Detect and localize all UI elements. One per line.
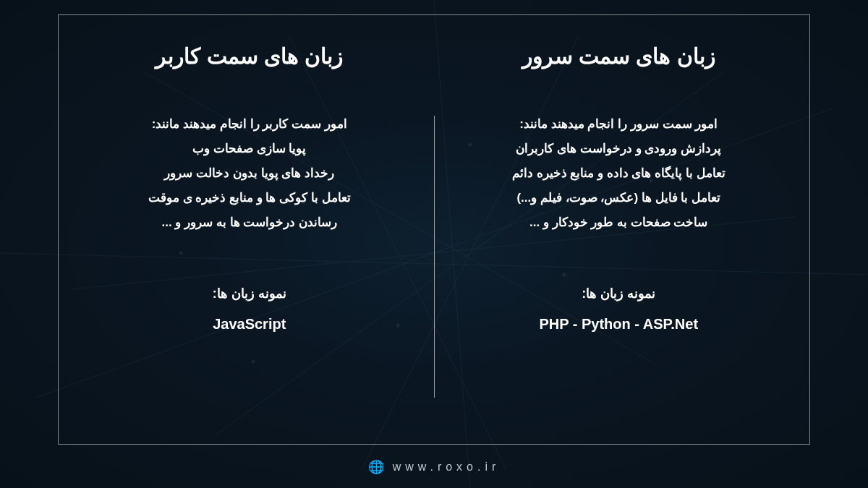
- client-side-column: زبان های سمت کاربر امور سمت کاربر را انج…: [65, 29, 434, 430]
- server-line: امور سمت سرور را انجام میدهند مانند:: [512, 112, 726, 137]
- server-side-column: زبان های سمت سرور امور سمت سرور را انجام…: [435, 29, 804, 430]
- comparison-content: زبان های سمت کاربر امور سمت کاربر را انج…: [65, 29, 803, 430]
- server-line: تعامل با پایگاه های داده و منابع ذخیره د…: [512, 161, 726, 186]
- footer-url: www.roxo.ir: [393, 461, 501, 474]
- server-description: امور سمت سرور را انجام میدهند مانند: پرد…: [512, 112, 726, 235]
- client-line: تعامل با کوکی ها و منابع ذخیره ی موقت: [148, 186, 351, 210]
- client-line: پویا سازی صفحات وب: [148, 137, 351, 161]
- client-line: امور سمت کاربر را انجام میدهند مانند:: [148, 112, 351, 137]
- client-examples: JavaScript: [213, 316, 286, 333]
- client-title: زبان های سمت کاربر: [156, 43, 343, 69]
- server-title: زبان های سمت سرور: [522, 43, 715, 69]
- client-line: رخداد های پویا بدون دخالت سرور: [148, 161, 351, 186]
- client-line: رساندن درخواست ها به سرور و ...: [148, 210, 351, 235]
- server-examples: PHP - Python - ASP.Net: [539, 316, 698, 333]
- server-line: ساخت صفحات به طور خودکار و ...: [512, 210, 726, 235]
- server-line: پردازش ورودی و درخواست های کاربران: [512, 137, 726, 161]
- server-line: تعامل با فایل ها (عکس، صوت، فیلم و...): [512, 186, 726, 210]
- server-examples-label: نمونه زبان ها:: [582, 286, 655, 301]
- client-description: امور سمت کاربر را انجام میدهند مانند: پو…: [148, 112, 351, 235]
- client-examples-label: نمونه زبان ها:: [213, 286, 286, 301]
- globe-icon: 🌐: [368, 459, 384, 475]
- footer: 🌐 www.roxo.ir: [0, 459, 868, 475]
